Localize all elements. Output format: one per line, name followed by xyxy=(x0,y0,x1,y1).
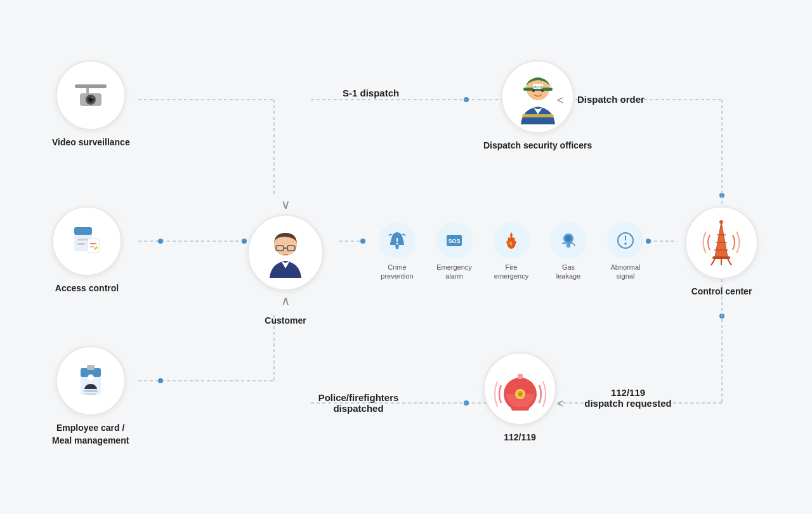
employee-card-icon xyxy=(56,346,126,416)
employee-card-node: Employee card / Meal management xyxy=(52,346,129,447)
svg-point-44 xyxy=(88,374,94,381)
control-center-label: Control center xyxy=(691,286,752,298)
service-emergency-alarm: SOS Emergencyalarm xyxy=(431,222,477,281)
employee-card-label: Employee card / Meal management xyxy=(52,422,129,447)
svg-rect-68 xyxy=(566,244,570,247)
crime-prevention-icon xyxy=(379,222,416,259)
emergency-alarm-icon: SOS xyxy=(436,222,473,259)
customer-icon xyxy=(247,214,324,291)
service-abnormal-signal: Abnormalsignal xyxy=(603,222,648,281)
alarm-icon xyxy=(483,352,556,425)
alarm-112-119-label: 112/119 xyxy=(504,432,536,444)
svg-point-82 xyxy=(719,220,723,224)
svg-rect-78 xyxy=(712,256,730,259)
svg-point-52 xyxy=(287,251,288,252)
police-fire-label: Police/firefightersdispatched xyxy=(317,392,400,414)
video-surveillance-node: Video surveillance xyxy=(52,60,130,149)
svg-point-3 xyxy=(158,239,163,244)
svg-rect-63 xyxy=(396,238,398,242)
svg-rect-34 xyxy=(74,227,92,235)
control-center-node: Control center xyxy=(685,206,758,298)
svg-rect-85 xyxy=(518,374,523,379)
svg-point-12 xyxy=(719,193,724,198)
svg-rect-45 xyxy=(84,390,98,392)
svg-text:SOS: SOS xyxy=(448,238,460,244)
svg-point-32 xyxy=(91,97,93,98)
arrow-up-icon: ∧ xyxy=(281,293,291,308)
abnormal-signal-icon xyxy=(607,222,644,259)
svg-point-51 xyxy=(283,251,284,252)
svg-point-23 xyxy=(719,313,724,319)
fire-emergency-label: Fireemergency xyxy=(494,263,528,281)
svg-line-80 xyxy=(728,259,731,265)
svg-point-20 xyxy=(464,400,469,405)
svg-point-57 xyxy=(532,89,535,92)
control-center-icon xyxy=(685,206,758,279)
svg-rect-46 xyxy=(85,393,96,395)
arrow-left-dispatch-request: < xyxy=(557,397,564,411)
svg-point-71 xyxy=(624,242,627,245)
dispatch-request-label: 112/119dispatch requested xyxy=(577,387,679,409)
svg-text:택스원: 택스원 xyxy=(533,85,542,89)
svg-point-4 xyxy=(242,239,247,244)
arrow-left-dispatch: < xyxy=(557,94,564,107)
svg-point-61 xyxy=(396,246,399,249)
customer-node: ∨ ∧ Customer xyxy=(247,197,324,327)
service-fire-emergency: Fireemergency xyxy=(488,222,534,281)
fire-emergency-icon xyxy=(493,222,530,259)
svg-rect-43 xyxy=(87,365,95,370)
svg-point-58 xyxy=(541,89,544,92)
s1-dispatch-label: S-1 dispatch xyxy=(343,88,399,98)
services-row: Crimeprevention SOS Emergencyalarm xyxy=(374,222,648,281)
svg-rect-35 xyxy=(77,239,89,241)
svg-rect-36 xyxy=(77,243,85,245)
dispatch-security-label: Dispatch security officers xyxy=(483,140,592,152)
access-control-label: Access control xyxy=(55,282,119,295)
svg-line-79 xyxy=(711,259,715,265)
access-control-icon xyxy=(52,206,122,276)
diagram-container: Video surveillance Access control xyxy=(0,0,812,514)
svg-point-62 xyxy=(396,243,398,245)
svg-rect-59 xyxy=(522,114,554,117)
alarm-node: 112/119 xyxy=(483,352,556,444)
arrow-down-icon: ∨ xyxy=(281,197,291,212)
svg-rect-26 xyxy=(75,84,107,88)
service-gas-leakage: Gasleakage xyxy=(546,222,591,281)
gas-leakage-icon xyxy=(550,222,587,259)
dispatch-order-label: Dispatch order xyxy=(577,94,645,105)
svg-point-9 xyxy=(360,239,365,244)
svg-point-89 xyxy=(519,393,521,395)
gas-leakage-label: Gasleakage xyxy=(556,263,581,281)
dispatch-security-node: 택스원 Dispatch security officers xyxy=(483,60,592,152)
emergency-alarm-label: Emergencyalarm xyxy=(436,263,472,281)
video-surveillance-icon xyxy=(56,60,126,130)
svg-marker-72 xyxy=(715,222,728,257)
crime-prevention-label: Crimeprevention xyxy=(381,263,413,281)
abnormal-signal-label: Abnormalsignal xyxy=(610,263,640,281)
svg-point-67 xyxy=(565,235,572,242)
svg-rect-27 xyxy=(86,88,89,93)
service-crime-prevention: Crimeprevention xyxy=(374,222,420,281)
svg-point-7 xyxy=(158,378,163,383)
svg-rect-70 xyxy=(625,235,626,241)
access-control-node: Access control xyxy=(52,206,122,295)
svg-rect-86 xyxy=(511,407,529,411)
customer-label: Customer xyxy=(265,315,306,327)
video-surveillance-label: Video surveillance xyxy=(52,136,130,149)
svg-point-31 xyxy=(89,98,93,102)
svg-rect-37 xyxy=(88,239,99,253)
svg-point-17 xyxy=(464,97,469,102)
